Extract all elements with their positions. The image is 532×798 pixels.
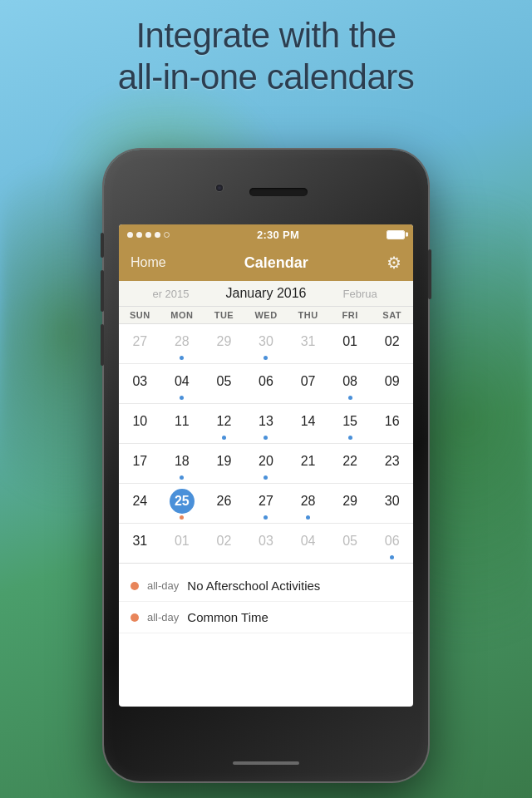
cal-dot: [264, 475, 268, 480]
event-time-2: all-day: [147, 611, 179, 623]
home-button[interactable]: Home: [131, 255, 166, 270]
cal-cell-05-feb[interactable]: 05: [329, 524, 372, 563]
cal-num-today: 25: [170, 489, 195, 514]
headline-line1: Integrate with the: [0, 15, 532, 57]
cal-cell-02[interactable]: 02: [371, 324, 413, 363]
cal-cell-17[interactable]: 17: [119, 444, 161, 483]
cal-cell-27[interactable]: 27: [245, 484, 288, 523]
cal-num: 21: [296, 449, 321, 474]
cal-cell-23[interactable]: 23: [371, 444, 413, 483]
cal-num: 12: [211, 409, 236, 434]
cal-cell-10[interactable]: 10: [119, 404, 161, 443]
cal-dot: [180, 475, 184, 480]
event-title-2: Common Time: [187, 610, 268, 624]
cal-num: 30: [380, 489, 405, 514]
settings-button[interactable]: ⚙: [387, 253, 401, 273]
cal-cell-06[interactable]: 06: [245, 364, 288, 403]
event-time-1: all-day: [147, 579, 179, 592]
cal-cell-24[interactable]: 24: [119, 484, 161, 523]
cal-num: 02: [380, 329, 405, 354]
cal-num: 19: [211, 449, 236, 474]
cal-num: 29: [337, 489, 362, 514]
cal-dot: [180, 356, 184, 360]
headline: Integrate with the all-in-one calendars: [0, 15, 532, 99]
cal-cell-07[interactable]: 07: [287, 364, 329, 403]
cal-cell-22[interactable]: 22: [329, 444, 372, 483]
cal-cell-29[interactable]: 29: [329, 484, 372, 523]
signal-dots: [127, 232, 170, 238]
headline-line2: all-in-one calendars: [0, 57, 532, 98]
cal-cell-03-feb[interactable]: 03: [245, 524, 288, 563]
volume-down-button: [101, 324, 104, 366]
weekday-thu: THU: [287, 310, 329, 320]
cal-cell-12[interactable]: 12: [203, 404, 245, 443]
cal-cell-26[interactable]: 26: [203, 484, 245, 523]
cal-cell-28-dec[interactable]: 28: [161, 324, 204, 363]
cal-cell-15[interactable]: 15: [329, 404, 372, 443]
cal-cell-13[interactable]: 13: [245, 404, 288, 443]
cal-cell-06-feb[interactable]: 06: [371, 524, 413, 563]
cal-cell-05[interactable]: 05: [203, 364, 245, 403]
cal-dot: [264, 436, 268, 440]
events-list: all-day No Afterschool Activities all-da…: [119, 563, 413, 640]
next-month-label[interactable]: Februa: [337, 288, 414, 300]
cal-num: 03: [254, 529, 278, 554]
cal-num: 15: [337, 409, 362, 434]
cal-cell-31[interactable]: 31: [119, 524, 161, 563]
calendar-months-row: er 2015 January 2016 Februa: [119, 281, 413, 307]
cal-cell-03[interactable]: 03: [119, 364, 161, 403]
volume-up-button: [101, 270, 104, 312]
cal-cell-02-feb[interactable]: 02: [203, 524, 245, 563]
cal-cell-16[interactable]: 16: [371, 404, 413, 443]
cal-num: 30: [254, 329, 278, 354]
power-button: [428, 249, 431, 299]
cal-cell-29-dec[interactable]: 29: [203, 324, 245, 363]
cal-cell-14[interactable]: 14: [287, 404, 329, 443]
cal-cell-21[interactable]: 21: [287, 444, 329, 483]
cal-cell-09[interactable]: 09: [371, 364, 413, 403]
signal-dot-1: [127, 232, 133, 238]
battery-icon: [387, 230, 405, 239]
cal-cell-04[interactable]: 04: [161, 364, 204, 403]
cal-num: 01: [170, 529, 195, 554]
cal-cell-28[interactable]: 28: [287, 484, 329, 523]
cal-cell-08[interactable]: 08: [329, 364, 372, 403]
cal-cell-19[interactable]: 19: [203, 444, 245, 483]
cal-cell-25-today[interactable]: 25: [161, 484, 204, 523]
cal-num: 24: [127, 489, 152, 514]
cal-num: 03: [127, 369, 152, 394]
weekday-sun: SUN: [119, 310, 161, 320]
cal-cell-30-dec[interactable]: 30: [245, 324, 288, 363]
cal-dot: [306, 515, 310, 520]
cal-cell-31-dec[interactable]: 31: [287, 324, 329, 363]
cal-cell-01-feb[interactable]: 01: [161, 524, 204, 563]
cal-num: 07: [296, 369, 321, 394]
cal-num: 27: [127, 329, 152, 354]
nav-bar: Home Calendar ⚙: [119, 244, 413, 281]
weekday-wed: WED: [245, 310, 288, 320]
cal-dot: [180, 396, 184, 400]
phone-screen: 2:30 PM Home Calendar ⚙ er 2015 January …: [119, 224, 413, 707]
cal-num: 08: [337, 369, 362, 394]
cal-num: 06: [380, 529, 405, 554]
cal-cell-11[interactable]: 11: [161, 404, 204, 443]
cal-num: 28: [296, 489, 321, 514]
cal-cell-18[interactable]: 18: [161, 444, 204, 483]
event-item-2[interactable]: all-day Common Time: [119, 602, 413, 633]
speaker: [249, 188, 308, 196]
cal-cell-27-dec[interactable]: 27: [119, 324, 161, 363]
cal-cell-01[interactable]: 01: [329, 324, 372, 363]
event-item-1[interactable]: all-day No Afterschool Activities: [119, 570, 413, 602]
cal-num: 29: [211, 329, 236, 354]
cal-num: 18: [170, 449, 195, 474]
cal-num: 02: [211, 529, 236, 554]
battery-fill: [387, 231, 404, 239]
cal-num: 05: [337, 529, 362, 554]
current-month-label: January 2016: [196, 286, 337, 301]
cal-cell-30[interactable]: 30: [371, 484, 413, 523]
cal-num: 11: [170, 409, 195, 434]
prev-month-label[interactable]: er 2015: [119, 288, 196, 300]
cal-cell-04-feb[interactable]: 04: [287, 524, 329, 563]
cal-cell-20[interactable]: 20: [245, 444, 288, 483]
cal-num: 31: [127, 529, 152, 554]
